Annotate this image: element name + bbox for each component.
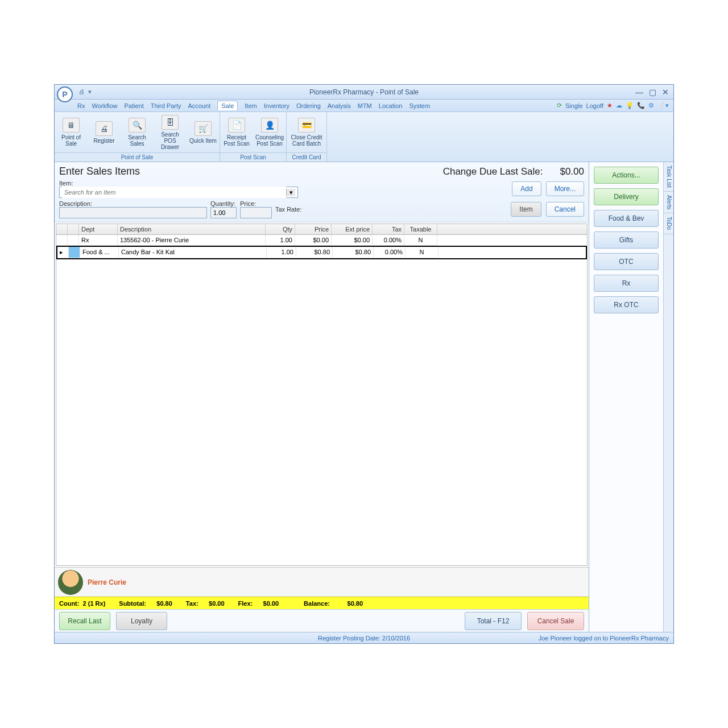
menu-sale[interactable]: Sale bbox=[217, 101, 238, 110]
item-button[interactable]: Item bbox=[511, 202, 541, 217]
menu-mtm[interactable]: MTM bbox=[358, 102, 372, 109]
loyalty-button[interactable]: Loyalty bbox=[116, 612, 167, 630]
side-delivery-button[interactable]: Delivery bbox=[594, 188, 659, 205]
line-items-table: Dept Description Qty Price Ext price Tax… bbox=[56, 224, 588, 566]
ribbon-close-cc-batch[interactable]: 💳Close Credit Card Batch bbox=[287, 112, 326, 152]
ribbon-group-postscan: 📄Receipt Post Scan 👤Counseling Post Scan… bbox=[220, 112, 287, 162]
chevron-down-icon[interactable]: ▾ bbox=[286, 189, 295, 196]
close-button[interactable]: ✕ bbox=[662, 88, 669, 97]
tax-rate-label: Tax Rate: bbox=[275, 206, 301, 213]
help-icon[interactable]: ❔▾ bbox=[657, 102, 669, 109]
chat-icon[interactable]: ☁ bbox=[616, 102, 622, 109]
logoff-link[interactable]: Logoff bbox=[586, 102, 603, 109]
posting-date: Register Posting Date: 2/10/2016 bbox=[318, 635, 410, 642]
star-icon[interactable]: ★ bbox=[607, 102, 613, 109]
side-panel: Actions... Delivery Food & Bev Gifts OTC… bbox=[589, 162, 663, 632]
ribbon-counseling-post-scan[interactable]: 👤Counseling Post Scan bbox=[253, 112, 286, 152]
change-due-value: $0.00 bbox=[560, 166, 584, 177]
col-price[interactable]: Price bbox=[295, 224, 332, 234]
menu-system[interactable]: System bbox=[409, 102, 430, 109]
col-tax[interactable]: Tax bbox=[373, 224, 404, 234]
menu-workflow[interactable]: Workflow bbox=[92, 102, 117, 109]
creditcard-icon: 💳 bbox=[298, 118, 315, 133]
description-input[interactable] bbox=[59, 207, 207, 218]
register-icon: 🖨 bbox=[96, 121, 113, 136]
side-rx-button[interactable]: Rx bbox=[594, 275, 659, 292]
mode-single[interactable]: Single bbox=[565, 102, 583, 109]
customer-panel: Pierre Curie bbox=[55, 567, 589, 597]
menu-item[interactable]: Item bbox=[245, 102, 257, 109]
price-label: Price: bbox=[240, 200, 272, 207]
table-row[interactable]: ▸ Food & ... Candy Bar - Kit Kat 1.00 $0… bbox=[56, 246, 587, 259]
ribbon-group-label: Post Scan bbox=[220, 152, 286, 162]
window-controls: — ▢ ✕ bbox=[635, 88, 673, 97]
col-dept[interactable]: Dept bbox=[79, 224, 118, 234]
cart-icon: 🛒 bbox=[195, 121, 212, 136]
table-row[interactable]: Rx 135562-00 - Pierre Curie 1.00 $0.00 $… bbox=[56, 235, 587, 246]
col-description[interactable]: Description bbox=[118, 224, 266, 234]
row-indicator-icon: ▸ bbox=[57, 247, 69, 258]
item-search-combo[interactable]: ▾ bbox=[59, 187, 298, 198]
menu-location[interactable]: Location bbox=[379, 102, 403, 109]
side-actions-button[interactable]: Actions... bbox=[594, 167, 659, 184]
ribbon: 🖥Point of Sale 🖨Register 🔍Search Sales 🗄… bbox=[55, 112, 673, 162]
table-header: Dept Description Qty Price Ext price Tax… bbox=[56, 224, 587, 235]
side-food-bev-button[interactable]: Food & Bev bbox=[594, 210, 659, 227]
menu-analysis[interactable]: Analysis bbox=[328, 102, 351, 109]
quantity-label: Quantity: bbox=[210, 200, 237, 207]
menu-third-party[interactable]: Third Party bbox=[151, 102, 181, 109]
side-rx-otc-button[interactable]: Rx OTC bbox=[594, 296, 659, 313]
price-input[interactable] bbox=[240, 207, 272, 218]
phone-icon[interactable]: 📞 bbox=[637, 102, 645, 109]
receipt-icon: 📄 bbox=[228, 118, 245, 133]
entry-header: Enter Sales Items Change Due Last Sale: … bbox=[55, 162, 589, 222]
ribbon-group-label: Credit Card bbox=[287, 152, 326, 162]
more-button[interactable]: More... bbox=[546, 181, 584, 196]
change-due-label: Change Due Last Sale: bbox=[443, 166, 543, 177]
vtab-todo[interactable]: ToDo bbox=[664, 213, 673, 234]
ribbon-group-label: Point of Sale bbox=[55, 152, 220, 162]
footer-bar: Recall Last Loyalty Total - F12 Cancel S… bbox=[55, 609, 589, 632]
monitor-icon: 🖥 bbox=[63, 118, 80, 133]
vertical-tabs: Task List Alerts ToDo bbox=[663, 162, 673, 632]
side-gifts-button[interactable]: Gifts bbox=[594, 231, 659, 249]
menu-patient[interactable]: Patient bbox=[124, 102, 143, 109]
total-button[interactable]: Total - F12 bbox=[465, 612, 522, 630]
titlebar: P 🖨 ▾ PioneerRx Pharmacy - Point of Sale… bbox=[55, 85, 673, 100]
menu-inventory[interactable]: Inventory bbox=[264, 102, 289, 109]
side-otc-button[interactable]: OTC bbox=[594, 253, 659, 270]
summary-bar: Count: 2 (1 Rx) Subtotal: $0.80 Tax: $0.… bbox=[55, 597, 589, 609]
ribbon-group-pos: 🖥Point of Sale 🖨Register 🔍Search Sales 🗄… bbox=[55, 112, 220, 162]
qat-print-icon[interactable]: 🖨 bbox=[78, 88, 85, 96]
search-icon: 🔍 bbox=[129, 118, 146, 133]
vtab-alerts[interactable]: Alerts bbox=[664, 192, 673, 214]
cancel-button[interactable]: Cancel bbox=[546, 202, 584, 217]
vtab-task-list[interactable]: Task List bbox=[664, 162, 673, 192]
quantity-input[interactable] bbox=[210, 207, 237, 218]
ribbon-point-of-sale[interactable]: 🖥Point of Sale bbox=[55, 112, 88, 152]
menu-ordering[interactable]: Ordering bbox=[296, 102, 321, 109]
col-qty[interactable]: Qty bbox=[266, 224, 295, 234]
refresh-icon[interactable]: ⟳ bbox=[557, 102, 562, 109]
qat-dropdown-icon[interactable]: ▾ bbox=[88, 88, 92, 96]
menu-account[interactable]: Account bbox=[188, 102, 211, 109]
ribbon-receipt-post-scan[interactable]: 📄Receipt Post Scan bbox=[220, 112, 253, 152]
app-logo[interactable]: P bbox=[57, 86, 73, 102]
avatar-icon bbox=[58, 570, 83, 595]
item-search-input[interactable] bbox=[62, 187, 286, 198]
add-button[interactable]: Add bbox=[512, 181, 541, 196]
bulb-icon[interactable]: 💡 bbox=[626, 102, 634, 109]
cancel-sale-button[interactable]: Cancel Sale bbox=[527, 612, 584, 630]
customer-name: Pierre Curie bbox=[88, 578, 126, 586]
maximize-button[interactable]: ▢ bbox=[649, 88, 656, 97]
menu-rx[interactable]: Rx bbox=[77, 102, 85, 109]
col-taxable[interactable]: Taxable bbox=[404, 224, 437, 234]
ribbon-search-pos-drawer[interactable]: 🗄Search POS Drawer bbox=[154, 112, 187, 152]
ribbon-quick-item[interactable]: 🛒Quick Item bbox=[187, 112, 220, 152]
minimize-button[interactable]: — bbox=[635, 88, 643, 97]
ribbon-register[interactable]: 🖨Register bbox=[88, 112, 121, 152]
col-ext-price[interactable]: Ext price bbox=[332, 224, 373, 234]
tools-icon[interactable]: ⚙ bbox=[648, 102, 654, 109]
ribbon-search-sales[interactable]: 🔍Search Sales bbox=[121, 112, 154, 152]
recall-last-button[interactable]: Recall Last bbox=[59, 612, 110, 630]
